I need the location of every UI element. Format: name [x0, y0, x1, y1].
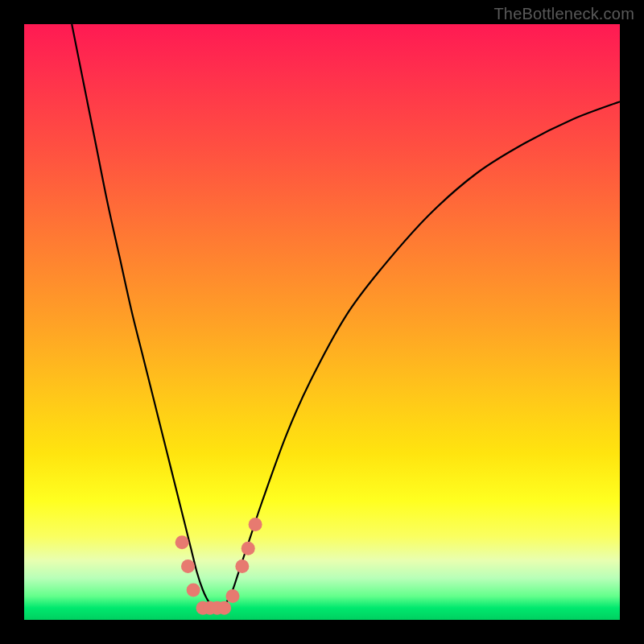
- curve-marker: [187, 584, 200, 597]
- curve-marker: [226, 589, 240, 603]
- chart-frame: TheBottleneck.com: [0, 0, 644, 644]
- curve-marker: [175, 535, 189, 549]
- bottleneck-curve: [24, 24, 620, 620]
- curve-marker: [181, 559, 195, 573]
- curve-marker: [249, 518, 262, 531]
- curve-marker: [242, 542, 255, 555]
- plot-area: [24, 24, 620, 620]
- curve-marker: [235, 559, 249, 573]
- watermark-text: TheBottleneck.com: [493, 5, 634, 23]
- curve-marker: [217, 601, 231, 615]
